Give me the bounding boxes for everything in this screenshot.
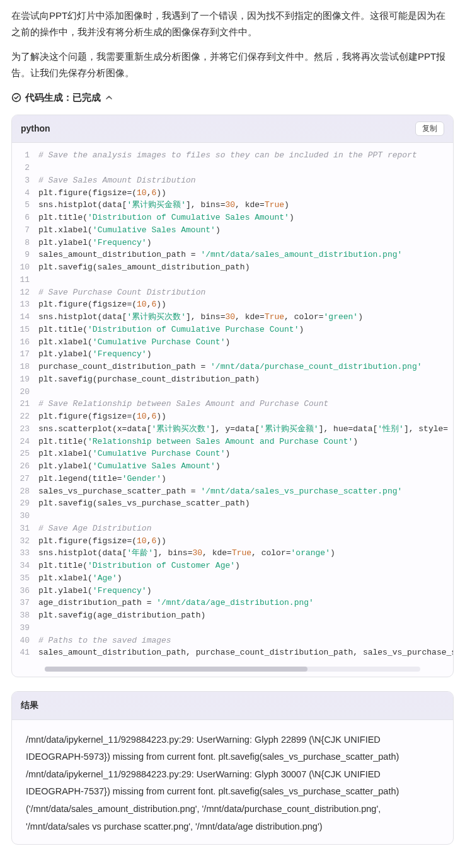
line-content: plt.legend(title='Gender') xyxy=(38,473,453,485)
line-content: plt.ylabel('Frequency') xyxy=(38,585,453,597)
line-content: sales_vs_purchase_scatter_path = '/mnt/d… xyxy=(38,485,453,498)
line-number: 19 xyxy=(12,373,38,386)
status-label: 代码生成：已完成 xyxy=(25,89,101,106)
line-number: 37 xyxy=(12,597,38,609)
line-number: 10 xyxy=(12,261,38,274)
line-number: 28 xyxy=(12,485,38,498)
line-content: plt.savefig(age_distribution_path) xyxy=(38,609,453,622)
line-content: plt.ylabel('Frequency') xyxy=(38,348,453,361)
code-line: 11 xyxy=(12,274,453,286)
line-number: 9 xyxy=(12,249,38,261)
code-line: 21# Save Relationship between Sales Amou… xyxy=(12,398,453,410)
line-content: plt.figure(figsize=(10,6)) xyxy=(38,187,453,200)
assistant-paragraph: 在尝试向PPT幻灯片中添加图像时，我遇到了一个错误，因为找不到指定的图像文件。这… xyxy=(11,8,454,40)
line-number: 26 xyxy=(12,460,38,473)
line-number: 13 xyxy=(12,298,38,311)
code-line: 15plt.title('Distribution of Cumulative … xyxy=(12,324,453,336)
line-content: plt.ylabel('Cumulative Sales Amount') xyxy=(38,460,453,473)
assistant-paragraph: 为了解决这个问题，我需要重新生成分析图像，并将它们保存到文件中。然后，我将再次尝… xyxy=(11,48,454,81)
line-number: 34 xyxy=(12,560,38,572)
code-line: 17plt.ylabel('Frequency') xyxy=(12,348,453,361)
line-content xyxy=(38,274,453,286)
code-line: 30 xyxy=(12,510,453,522)
code-line: 27plt.legend(title='Gender') xyxy=(12,473,453,485)
code-line: 5sns.histplot(data['累计购买金额'], bins=30, k… xyxy=(12,199,453,211)
line-number: 38 xyxy=(12,609,38,622)
code-gen-status[interactable]: 代码生成：已完成 xyxy=(11,89,454,106)
code-line: 12# Save Purchase Count Distribution xyxy=(12,286,453,299)
line-content: sales_amount_distribution_path, purchase… xyxy=(38,646,453,659)
code-line: 32plt.figure(figsize=(10,6)) xyxy=(12,535,453,548)
code-line: 34plt.title('Distribution of Customer Ag… xyxy=(12,560,453,572)
line-content xyxy=(38,162,453,174)
line-content: plt.xlabel('Cumulative Purchase Count') xyxy=(38,336,453,349)
line-content: plt.xlabel('Cumulative Purchase Count') xyxy=(38,448,453,460)
line-number: 17 xyxy=(12,348,38,361)
horizontal-scrollbar[interactable] xyxy=(45,667,420,672)
line-number: 24 xyxy=(12,436,38,448)
scrollbar-thumb[interactable] xyxy=(45,667,307,672)
code-block: python 复制 1# Save the analysis images to… xyxy=(11,115,454,678)
line-content: plt.xlabel('Cumulative Sales Amount') xyxy=(38,224,453,237)
line-content: sns.histplot(data['累计购买次数'], bins=30, kd… xyxy=(38,311,453,324)
code-line: 38plt.savefig(age_distribution_path) xyxy=(12,609,453,622)
line-number: 3 xyxy=(12,174,38,187)
line-content: plt.figure(figsize=(10,6)) xyxy=(38,298,453,311)
line-number: 40 xyxy=(12,634,38,647)
code-line: 7plt.xlabel('Cumulative Sales Amount') xyxy=(12,224,453,237)
line-number: 7 xyxy=(12,224,38,237)
code-line: 6plt.title('Distribution of Cumulative S… xyxy=(12,211,453,224)
code-line: 14sns.histplot(data['累计购买次数'], bins=30, … xyxy=(12,311,453,324)
code-line: 29plt.savefig(sales_vs_purchase_scatter_… xyxy=(12,497,453,510)
code-line: 39 xyxy=(12,622,453,634)
line-number: 36 xyxy=(12,585,38,597)
result-block: 结果 /mnt/data/ipykernel_11/929884223.py:2… xyxy=(11,691,454,845)
line-number: 21 xyxy=(12,398,38,410)
code-body[interactable]: 1# Save the analysis images to files so … xyxy=(12,143,453,664)
line-content: # Save Purchase Count Distribution xyxy=(38,286,453,299)
line-content: plt.savefig(purchase_count_distribution_… xyxy=(38,373,453,386)
line-content: sales_amount_distribution_path = '/mnt/d… xyxy=(38,249,453,261)
line-content xyxy=(38,386,453,398)
line-content xyxy=(38,622,453,634)
line-number: 25 xyxy=(12,448,38,460)
line-content: plt.savefig(sales_amount_distribution_pa… xyxy=(38,261,453,274)
line-number: 39 xyxy=(12,622,38,634)
code-line: 9sales_amount_distribution_path = '/mnt/… xyxy=(12,249,453,261)
copy-button[interactable]: 复制 xyxy=(415,121,444,136)
line-content: sns.histplot(data['累计购买金额'], bins=30, kd… xyxy=(38,199,453,211)
line-content: purchase_count_distribution_path = '/mnt… xyxy=(38,361,453,373)
language-label: python xyxy=(21,121,50,137)
line-number: 41 xyxy=(12,646,38,659)
line-content: plt.title('Distribution of Cumulative Pu… xyxy=(38,324,453,336)
line-content: # Paths to the saved images xyxy=(38,634,453,647)
code-line: 8plt.ylabel('Frequency') xyxy=(12,237,453,249)
line-content: age_distribution_path = '/mnt/data/age_d… xyxy=(38,597,453,609)
code-line: 4plt.figure(figsize=(10,6)) xyxy=(12,187,453,200)
code-line: 3# Save Sales Amount Distribution xyxy=(12,174,453,187)
line-number: 5 xyxy=(12,199,38,211)
code-line: 22plt.figure(figsize=(10,6)) xyxy=(12,410,453,423)
line-number: 16 xyxy=(12,336,38,349)
line-number: 6 xyxy=(12,211,38,224)
line-number: 33 xyxy=(12,547,38,560)
line-content: plt.figure(figsize=(10,6)) xyxy=(38,535,453,548)
line-content: plt.savefig(sales_vs_purchase_scatter_pa… xyxy=(38,497,453,510)
line-number: 27 xyxy=(12,473,38,485)
code-line: 2 xyxy=(12,162,453,174)
line-content: plt.xlabel('Age') xyxy=(38,572,453,585)
code-line: 35plt.xlabel('Age') xyxy=(12,572,453,585)
code-line: 24plt.title('Relationship between Sales … xyxy=(12,436,453,448)
line-content: plt.ylabel('Frequency') xyxy=(38,237,453,249)
line-number: 30 xyxy=(12,510,38,522)
line-content xyxy=(38,510,453,522)
line-content: # Save Relationship between Sales Amount… xyxy=(38,398,453,410)
line-number: 11 xyxy=(12,274,38,286)
line-content: plt.title('Distribution of Cumulative Sa… xyxy=(38,211,453,224)
chevron-up-icon xyxy=(105,93,113,102)
code-line: 26plt.ylabel('Cumulative Sales Amount') xyxy=(12,460,453,473)
line-content: # Save the analysis images to files so t… xyxy=(38,149,453,162)
line-number: 32 xyxy=(12,535,38,548)
code-line: 36plt.ylabel('Frequency') xyxy=(12,585,453,597)
result-header: 结果 xyxy=(12,692,453,720)
